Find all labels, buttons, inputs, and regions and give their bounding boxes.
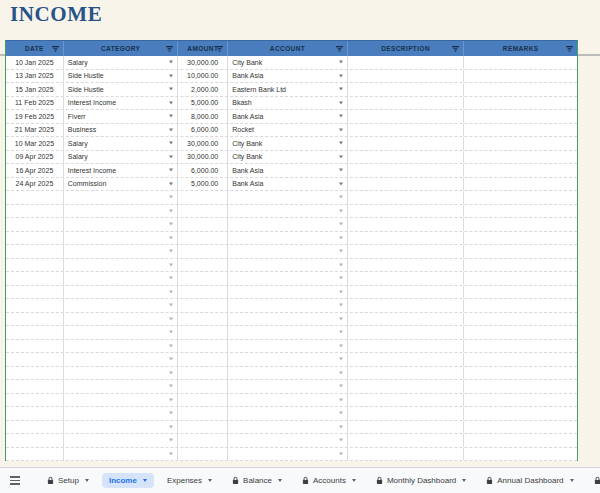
column-header-amount[interactable]: AMOUNT — [178, 41, 228, 56]
amount-cell[interactable] — [178, 326, 228, 339]
category-cell[interactable]: Interest Income — [64, 164, 179, 177]
amount-cell[interactable] — [178, 394, 228, 407]
category-cell[interactable]: Interest Income — [64, 97, 179, 110]
account-cell[interactable]: Bank Asia — [228, 164, 348, 177]
funnel-icon[interactable] — [216, 46, 223, 52]
remarks-cell[interactable] — [464, 380, 577, 393]
date-cell[interactable] — [6, 245, 64, 258]
description-cell[interactable] — [348, 380, 465, 393]
amount-cell[interactable] — [178, 353, 228, 366]
all-sheets-menu-icon[interactable] — [8, 472, 22, 489]
remarks-cell[interactable] — [464, 110, 577, 123]
account-cell[interactable]: Bank Asia — [228, 178, 348, 191]
remarks-cell[interactable] — [464, 56, 577, 69]
account-cell[interactable] — [228, 272, 348, 285]
cell-dropdown-icon[interactable] — [169, 344, 173, 347]
description-cell[interactable] — [348, 421, 465, 434]
cell-dropdown-icon[interactable] — [169, 331, 173, 334]
cell-dropdown-icon[interactable] — [169, 223, 173, 226]
date-cell[interactable]: 15 Jan 2025 — [6, 83, 64, 96]
category-cell[interactable] — [64, 259, 179, 272]
category-cell[interactable]: Business — [64, 124, 179, 137]
cell-dropdown-icon[interactable] — [339, 398, 343, 401]
category-cell[interactable] — [64, 218, 179, 231]
cell-dropdown-icon[interactable] — [339, 385, 343, 388]
column-header-description[interactable]: DESCRIPTION — [348, 41, 465, 56]
cell-dropdown-icon[interactable] — [339, 290, 343, 293]
remarks-cell[interactable] — [464, 218, 577, 231]
account-cell[interactable] — [228, 340, 348, 353]
date-cell[interactable] — [6, 394, 64, 407]
account-cell[interactable] — [228, 299, 348, 312]
remarks-cell[interactable] — [464, 326, 577, 339]
funnel-icon[interactable] — [52, 46, 59, 52]
date-cell[interactable] — [6, 421, 64, 434]
sheet-tab-menu-icon[interactable] — [352, 479, 356, 482]
account-cell[interactable] — [228, 394, 348, 407]
sheet-tab-menu-icon[interactable] — [570, 479, 574, 482]
description-cell[interactable] — [348, 205, 465, 218]
cell-dropdown-icon[interactable] — [169, 169, 173, 172]
remarks-cell[interactable] — [464, 340, 577, 353]
description-cell[interactable] — [348, 434, 465, 447]
account-cell[interactable] — [228, 191, 348, 204]
cell-dropdown-icon[interactable] — [169, 61, 173, 64]
remarks-cell[interactable] — [464, 232, 577, 245]
cell-dropdown-icon[interactable] — [169, 101, 173, 104]
remarks-cell[interactable] — [464, 97, 577, 110]
description-cell[interactable] — [348, 151, 465, 164]
date-cell[interactable] — [6, 259, 64, 272]
remarks-cell[interactable] — [464, 353, 577, 366]
amount-cell[interactable]: 5,000.00 — [178, 178, 228, 191]
category-cell[interactable] — [64, 326, 179, 339]
description-cell[interactable] — [348, 367, 465, 380]
account-cell[interactable] — [228, 218, 348, 231]
cell-dropdown-icon[interactable] — [169, 250, 173, 253]
account-cell[interactable] — [228, 286, 348, 299]
account-cell[interactable] — [228, 380, 348, 393]
description-cell[interactable] — [348, 232, 465, 245]
description-cell[interactable] — [348, 286, 465, 299]
column-header-date[interactable]: DATE — [6, 41, 64, 56]
cell-dropdown-icon[interactable] — [169, 412, 173, 415]
cell-dropdown-icon[interactable] — [339, 61, 343, 64]
amount-cell[interactable]: 30,000.00 — [178, 56, 228, 69]
description-cell[interactable] — [348, 137, 465, 150]
sheet-tab-menu-icon[interactable] — [143, 479, 147, 482]
description-cell[interactable] — [348, 448, 465, 461]
description-cell[interactable] — [348, 97, 465, 110]
description-cell[interactable] — [348, 407, 465, 420]
description-cell[interactable] — [348, 299, 465, 312]
cell-dropdown-icon[interactable] — [169, 74, 173, 77]
date-cell[interactable] — [6, 340, 64, 353]
remarks-cell[interactable] — [464, 407, 577, 420]
amount-cell[interactable] — [178, 313, 228, 326]
cell-dropdown-icon[interactable] — [339, 142, 343, 145]
amount-cell[interactable] — [178, 245, 228, 258]
account-cell[interactable] — [228, 434, 348, 447]
amount-cell[interactable] — [178, 340, 228, 353]
date-cell[interactable] — [6, 299, 64, 312]
account-cell[interactable] — [228, 407, 348, 420]
cell-dropdown-icon[interactable] — [339, 412, 343, 415]
amount-cell[interactable] — [178, 232, 228, 245]
remarks-cell[interactable] — [464, 137, 577, 150]
remarks-cell[interactable] — [464, 434, 577, 447]
remarks-cell[interactable] — [464, 245, 577, 258]
remarks-cell[interactable] — [464, 205, 577, 218]
remarks-cell[interactable] — [464, 151, 577, 164]
category-cell[interactable] — [64, 272, 179, 285]
cell-dropdown-icon[interactable] — [339, 236, 343, 239]
account-cell[interactable] — [228, 367, 348, 380]
cell-dropdown-icon[interactable] — [339, 317, 343, 320]
account-cell[interactable]: City Bank — [228, 56, 348, 69]
description-cell[interactable] — [348, 164, 465, 177]
account-cell[interactable]: City Bank — [228, 151, 348, 164]
category-cell[interactable] — [64, 380, 179, 393]
funnel-icon[interactable] — [566, 46, 573, 52]
date-cell[interactable]: 16 Apr 2025 — [6, 164, 64, 177]
cell-dropdown-icon[interactable] — [169, 128, 173, 131]
description-cell[interactable] — [348, 353, 465, 366]
cell-dropdown-icon[interactable] — [339, 209, 343, 212]
date-cell[interactable] — [6, 380, 64, 393]
